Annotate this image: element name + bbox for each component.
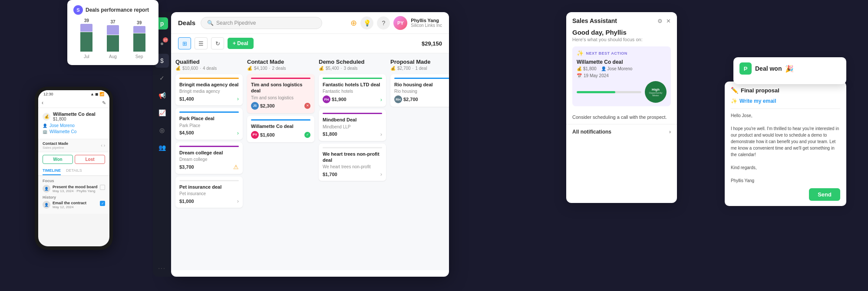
deal-card[interactable]: Tim and sons logistics deal Tim and sons… — [247, 74, 314, 113]
sa-greeting-subtitle: Here's what you should focus on: — [572, 37, 671, 42]
phone-status-bar: 12:30 ▲ ◼ 📶 — [38, 90, 109, 98]
phone-history-label: History — [43, 195, 105, 199]
deal-color-bar — [394, 78, 449, 79]
sa-deal-date: 📅 19 May 2024 — [577, 73, 667, 78]
deal-card-title: Tim and sons logistics deal — [251, 82, 310, 94]
deal-card-footer: $1,400 › — [179, 95, 239, 102]
bar-top-sep — [133, 26, 145, 33]
bar-label-sep: Sep — [135, 54, 143, 59]
deal-card[interactable]: Park Place deal Park Place $4,500 › — [175, 108, 243, 139]
chevron-right-icon: › — [380, 171, 382, 177]
deal-card-title: Dream college deal — [179, 150, 239, 156]
deal-card-footer: PY $1,600 ✓ — [251, 131, 310, 139]
write-email-button[interactable]: ✨ Write my email — [731, 98, 840, 104]
deal-card[interactable]: Fantastic hotels LTD deal Fantastic hote… — [319, 74, 386, 107]
contacts-icon: 👥 — [158, 144, 166, 151]
deals-topbar: Deals 🔍 Search Pipedrive ⊕ 💡 ? PY Phylli… — [171, 12, 449, 34]
phone-tab-timeline[interactable]: TIMELINE — [43, 167, 61, 175]
phone-activity-title: Present the mood board — [53, 185, 98, 189]
phone-signal: ▲ ◼ 📶 — [90, 92, 104, 96]
bar-bottom-sep — [133, 33, 145, 52]
column-header-proposal: Proposal Made 💰 $2,700 · 1 deal — [390, 59, 449, 71]
fp-send-row: Send — [731, 188, 840, 201]
deal-won-logo: P — [739, 62, 752, 75]
refresh-button[interactable]: ↻ — [211, 37, 224, 49]
phone-company-name[interactable]: Willamette Co — [50, 129, 76, 134]
sa-deal-amount: 💰 $1,800 — [577, 66, 597, 71]
sidebar-item-tasks[interactable]: ✓ — [155, 71, 169, 85]
status-dot-green: ✓ — [304, 132, 310, 138]
phone-activity-meta: May 13, 2024 · Phyllis Yang — [53, 189, 98, 193]
campaigns-icon: 📢 — [158, 92, 166, 99]
warning-icon: ⚠ — [233, 163, 239, 170]
chart-bars: 39 Jul 37 Aug 39 Sep — [73, 20, 152, 59]
sidebar-item-integrations[interactable]: ◎ — [155, 123, 169, 137]
add-deal-button[interactable]: + Deal — [228, 38, 254, 49]
deal-card[interactable]: We heart trees non-profit deal We heart … — [319, 144, 386, 181]
phone-tab-details[interactable]: DETAILS — [66, 167, 82, 175]
deal-color-bar — [251, 78, 310, 79]
deal-color-bar — [323, 78, 382, 79]
plus-icon[interactable]: ⊕ — [350, 18, 357, 28]
phone-back-icon[interactable]: ‹ — [42, 100, 43, 106]
phone-stage-sub: Sales pipeline — [43, 146, 68, 150]
deal-card[interactable]: Dream college deal Dream college $3,700 … — [175, 142, 243, 174]
sa-header-icons: ⚙ ✕ — [657, 18, 671, 24]
phone-activity-content: Present the mood board May 13, 2024 · Ph… — [53, 185, 98, 193]
board-view-button[interactable]: ⊞ — [178, 37, 191, 49]
phone-won-lost: Won Lost — [38, 152, 109, 167]
phone-won-button[interactable]: Won — [43, 155, 73, 164]
avatar[interactable]: PY — [393, 16, 407, 30]
sa-close-icon[interactable]: ✕ — [666, 18, 671, 24]
search-bar[interactable]: 🔍 Search Pipedrive — [201, 17, 322, 29]
phone-activity-item: 👤 Present the mood board May 13, 2024 · … — [43, 185, 105, 193]
deal-card-footer: $1,800 › — [323, 131, 382, 137]
report-card: S Deals performance report 39 Jul 37 Aug… — [67, 0, 158, 65]
phone-contact-name[interactable]: Jose Moreno — [50, 123, 75, 128]
chevron-right-icon: › — [380, 96, 382, 103]
phone-edit-icon[interactable]: ✎ — [102, 100, 106, 106]
deal-amount: $2,300 — [260, 103, 275, 108]
deal-card-footer: $1,700 › — [323, 171, 382, 177]
phone-lost-button[interactable]: Lost — [75, 155, 105, 164]
sa-settings-icon[interactable]: ⚙ — [657, 18, 663, 24]
sidebar-item-contacts[interactable]: 👥 — [155, 141, 169, 154]
deal-card[interactable]: Willamette Co deal PY $1,600 ✓ — [247, 116, 314, 142]
deal-color-bar — [323, 147, 382, 148]
deals-board: Qualified 💰 $10,600 · 4 deals Bringit me… — [171, 53, 449, 270]
column-qualified: Qualified 💰 $10,600 · 4 deals Bringit me… — [175, 59, 243, 265]
deal-card-title: Rio housing deal — [394, 82, 449, 88]
integrations-icon: ◎ — [159, 127, 165, 134]
deal-color-bar — [251, 119, 310, 121]
help-button[interactable]: ? — [377, 16, 390, 29]
deal-won-text: Deal won — [755, 65, 782, 72]
column-header-qualified: Qualified 💰 $10,600 · 4 deals — [175, 59, 243, 71]
list-view-button[interactable]: ☰ — [195, 37, 208, 49]
column-title-proposal: Proposal Made — [390, 59, 449, 65]
phone-tabs: TIMELINE DETAILS — [38, 167, 109, 176]
deal-card-title: We heart trees non-profit deal — [323, 151, 382, 163]
deal-card[interactable]: Rio housing deal Rio housing RH $2,700 › — [390, 74, 449, 107]
user-name: Phyllis Yang — [411, 18, 442, 23]
deal-amount: $1,800 — [323, 131, 337, 137]
phone-activity-checkbox[interactable] — [100, 185, 105, 190]
sidebar-item-reports[interactable]: 📈 — [155, 106, 169, 120]
tasks-icon: ✓ — [159, 75, 165, 82]
fp-header: ✏️ Final proposal — [731, 87, 840, 94]
sa-notifications[interactable]: All notifications › — [566, 124, 677, 139]
sidebar-item-campaigns[interactable]: 📢 — [155, 88, 169, 102]
deal-card[interactable]: Bringit media agency deal Bringit media … — [175, 74, 243, 105]
deal-won-header: P Deal won 🎉 — [739, 62, 840, 75]
send-button[interactable]: Send — [809, 188, 840, 201]
sidebar-more[interactable]: ··· — [158, 265, 166, 271]
deal-card[interactable]: Pet insurance deal Pet insurance $1,000 … — [175, 177, 243, 208]
notifications-button[interactable]: 💡 — [360, 16, 373, 29]
column-meta-contact: 💰 $4,100 · 2 deals — [247, 66, 314, 71]
deal-card[interactable]: Mindbend Deal Mindbend LLP $1,800 › — [319, 109, 386, 141]
sa-progress-row: High Opportunity Meter — [577, 81, 667, 103]
column-contact-made: Contact Made 💰 $4,100 · 2 deals Tim and … — [247, 59, 314, 265]
sa-opportunity-label: High — [652, 88, 660, 92]
sa-deal-title: Willamette Co deal — [577, 59, 667, 65]
phone-history-checkbox[interactable]: ✓ — [100, 201, 105, 206]
sa-title: Sales Assistant — [572, 17, 617, 24]
